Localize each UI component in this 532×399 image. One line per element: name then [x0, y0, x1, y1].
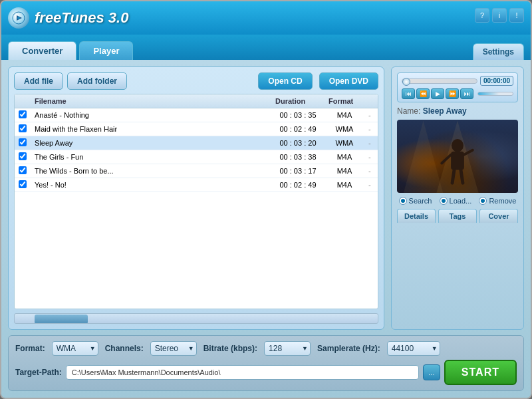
table-row[interactable]: The Girls - Fun 00 : 03 : 38 M4A - — [15, 150, 378, 164]
remove-label: Remove — [489, 197, 516, 205]
row-duration: 00 : 03 : 20 — [271, 136, 325, 150]
load-option[interactable]: Load... — [440, 197, 472, 205]
time-display: 00:00:00 — [480, 76, 513, 86]
tab-player[interactable]: Player — [79, 41, 133, 60]
table-row[interactable]: Anasté - Nothing 00 : 03 : 35 M4A - — [15, 108, 378, 122]
search-radio[interactable] — [399, 197, 407, 205]
info-button[interactable]: i — [492, 8, 507, 23]
row-check[interactable] — [15, 108, 31, 122]
row-check[interactable] — [15, 178, 31, 192]
progress-knob[interactable] — [402, 78, 410, 86]
horizontal-scrollbar[interactable] — [14, 313, 378, 324]
row-check[interactable] — [15, 122, 31, 136]
settings-button[interactable]: Settings — [473, 43, 524, 60]
player-controls: 00:00:00 ⏮ ⏪ ▶ ⏩ ⏭ — [397, 72, 518, 102]
target-path-input[interactable] — [66, 365, 419, 380]
table-row[interactable]: The Wilds - Born to be... 00 : 03 : 17 M… — [15, 164, 378, 178]
table-row[interactable]: Sleep Away 00 : 03 : 20 WMA - — [15, 136, 378, 150]
samplerate-select[interactable]: 441002205048000 — [387, 341, 440, 356]
row-check[interactable] — [15, 150, 31, 164]
add-file-button[interactable]: Add file — [14, 72, 63, 90]
row-action[interactable]: - — [364, 136, 378, 150]
channels-select-wrap: StereoMono ▼ — [150, 341, 197, 356]
load-label: Load... — [450, 197, 472, 205]
table-row[interactable]: Yes! - No! 00 : 02 : 49 M4A - — [15, 178, 378, 192]
row-filename: The Girls - Fun — [31, 150, 271, 164]
svg-point-1 — [17, 17, 20, 19]
row-format: WMA — [325, 136, 364, 150]
table-row[interactable]: Maid with the Flaxen Hair 00 : 02 : 49 W… — [15, 122, 378, 136]
app-logo: freeTunes 3.0 — [8, 7, 128, 29]
tab-cover[interactable]: Cover — [479, 209, 518, 223]
row-checkbox[interactable] — [19, 180, 27, 188]
row-action[interactable]: - — [364, 122, 378, 136]
row-duration: 00 : 02 : 49 — [271, 178, 325, 192]
row-checkbox[interactable] — [19, 124, 27, 132]
row-filename: Maid with the Flaxen Hair — [31, 122, 271, 136]
col-filename: Filename — [31, 94, 271, 108]
start-button[interactable]: START — [444, 360, 517, 385]
svg-point-4 — [452, 139, 464, 152]
tab-details[interactable]: Details — [397, 209, 436, 223]
app-window: freeTunes 3.0 ? i ! Converter Player Set… — [0, 0, 532, 399]
tab-bar: Converter Player Settings — [1, 35, 531, 60]
add-folder-button[interactable]: Add folder — [67, 72, 127, 90]
row-action[interactable]: - — [364, 178, 378, 192]
track-name-row: Name: Sleep Away — [397, 106, 518, 116]
row-format: M4A — [325, 150, 364, 164]
progress-bar[interactable] — [402, 78, 477, 84]
alert-button[interactable]: ! — [509, 8, 524, 23]
remove-radio[interactable] — [479, 197, 487, 205]
prev-prev-button[interactable]: ⏮ — [402, 88, 415, 99]
scrollbar-thumb[interactable] — [35, 315, 88, 324]
col-check — [15, 94, 31, 108]
row-format: WMA — [325, 122, 364, 136]
format-select[interactable]: WMAMP3M4AAAC — [52, 341, 98, 356]
top-section: Add file Add folder Open CD Open DVD Fil… — [8, 66, 524, 330]
next-next-button[interactable]: ⏭ — [460, 88, 473, 99]
col-action — [364, 94, 378, 108]
tab-converter[interactable]: Converter — [8, 41, 76, 60]
row-action[interactable]: - — [364, 108, 378, 122]
bitrate-select[interactable]: 128192256320 — [264, 341, 311, 356]
format-row: Format: WMAMP3M4AAAC ▼ Channels: StereoM… — [15, 341, 517, 356]
open-dvd-button[interactable]: Open DVD — [319, 72, 378, 90]
path-row: Target-Path: … START — [15, 360, 517, 385]
open-cd-button[interactable]: Open CD — [258, 72, 312, 90]
concert-figure — [397, 120, 518, 193]
remove-option[interactable]: Remove — [479, 197, 516, 205]
row-checkbox[interactable] — [19, 152, 27, 160]
row-filename: The Wilds - Born to be... — [31, 164, 271, 178]
row-checkbox[interactable] — [19, 166, 27, 174]
progress-bar-wrap: 00:00:00 — [402, 76, 513, 86]
svg-line-8 — [452, 170, 454, 183]
browse-button[interactable]: … — [423, 364, 440, 380]
tab-tags[interactable]: Tags — [438, 209, 477, 223]
next-button[interactable]: ⏩ — [446, 88, 459, 99]
help-button[interactable]: ? — [475, 8, 489, 23]
search-option[interactable]: Search — [399, 197, 432, 205]
row-action[interactable]: - — [364, 150, 378, 164]
file-toolbar: Add file Add folder Open CD Open DVD — [14, 72, 378, 90]
title-bar: freeTunes 3.0 ? i ! — [1, 1, 531, 35]
prev-button[interactable]: ⏪ — [416, 88, 430, 99]
row-duration: 00 : 03 : 35 — [271, 108, 325, 122]
row-checkbox[interactable] — [19, 138, 27, 146]
preview-panel: 00:00:00 ⏮ ⏪ ▶ ⏩ ⏭ Name: Sleep Away — [391, 66, 524, 330]
row-filename: Yes! - No! — [31, 178, 271, 192]
play-button[interactable]: ▶ — [431, 88, 444, 99]
row-check[interactable] — [15, 136, 31, 150]
main-content: Add file Add folder Open CD Open DVD Fil… — [1, 60, 531, 398]
app-title: freeTunes 3.0 — [35, 9, 128, 27]
window-controls: ? i ! — [475, 8, 524, 23]
search-label: Search — [409, 197, 432, 205]
channels-select[interactable]: StereoMono — [150, 341, 197, 356]
volume-bar[interactable] — [477, 92, 513, 96]
row-check[interactable] — [15, 164, 31, 178]
logo-icon — [8, 7, 29, 29]
load-radio[interactable] — [440, 197, 448, 205]
row-action[interactable]: - — [364, 164, 378, 178]
row-format: M4A — [325, 164, 364, 178]
row-checkbox[interactable] — [19, 110, 27, 118]
video-thumbnail — [397, 120, 518, 193]
